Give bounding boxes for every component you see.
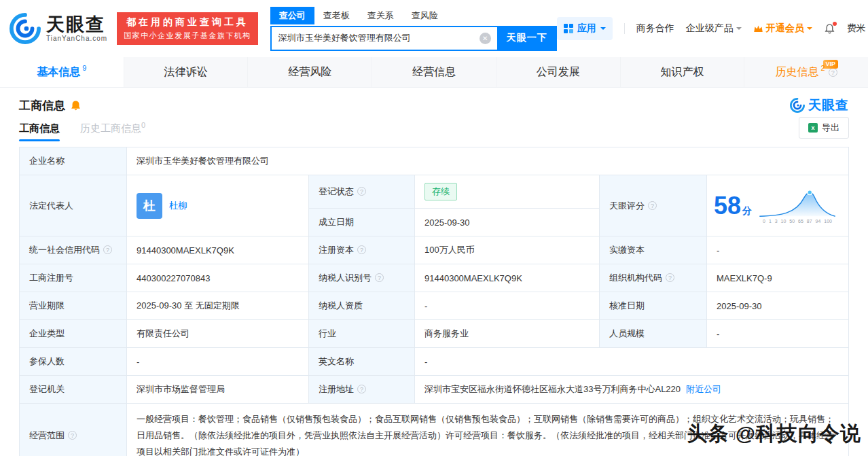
tab-company-development[interactable]: 公司发展 [496,57,621,87]
excel-icon [808,123,818,133]
logo-domain: TianYanCha.com [46,35,107,42]
legal-rep-name-link[interactable]: 杜柳 [169,200,187,212]
search-input[interactable] [270,26,497,51]
info-icon[interactable] [357,245,366,254]
user-menu[interactable]: 费米 [847,22,868,35]
field-label-org-code: 组织机构代码 [600,264,707,292]
slogan-line2: 国家中小企业发展子基金旗下机构 [124,31,251,41]
tianyancha-watermark: 天眼查 [790,97,849,114]
tab-count-badge: 9 [82,64,86,72]
info-icon[interactable] [103,245,112,254]
nearby-companies-link[interactable]: 附近公司 [686,384,721,394]
field-label-credit-code: 统一社会信用代码 [20,236,127,264]
nav-enterprise-label: 企业级产品 [686,22,734,35]
tab-basic-info[interactable]: 基本信息 9 [0,57,124,87]
paid-capital-value: - [707,236,849,264]
subtab-count: 0 [141,121,145,129]
tab-intellectual-property[interactable]: 知识产权 [621,57,745,87]
nav-cooperation-label: 商务合作 [636,22,674,35]
field-label-reg-number: 工商注册号 [20,264,127,292]
field-label-insured-count: 参保人数 [20,348,127,376]
subtab-business-info[interactable]: 工商信息 [19,122,60,141]
search-button[interactable]: 天眼一下 [497,26,557,51]
table-row: 参保人数 - 英文名称 - [20,348,849,376]
search-area: 查公司 查老板 查关系 查风险 天眼一下 [270,7,557,51]
chevron-down-icon [736,27,742,33]
field-label-business-scope: 经营范围 [20,404,127,456]
field-label-paid-capital: 实缴资本 [600,236,707,264]
info-icon[interactable] [68,431,77,440]
info-icon[interactable] [648,201,657,210]
table-row: 登记机关 深圳市市场监督管理局 注册地址 深圳市宝安区福永街道怀德社区福永大道3… [20,376,849,404]
export-label: 导出 [822,122,839,134]
score-value[interactable]: 58分 [714,194,752,218]
search-tab-company[interactable]: 查公司 [270,7,314,24]
legal-rep-avatar[interactable]: 杜 [137,193,162,219]
field-label-reg-capital: 注册资本 [309,236,415,264]
field-label-reg-address: 注册地址 [309,376,415,404]
apps-menu-label: 应用 [577,22,596,35]
export-button[interactable]: 导出 [799,117,849,139]
toutiao-author-watermark: 头条 @科技向令说 [687,420,861,448]
field-label-reg-status: 登记状态 [309,175,415,209]
info-icon[interactable] [357,187,366,196]
score-axis-ticks: 0 1 3 10 50 65 87 94 100 [763,219,832,224]
company-type-value: 有限责任公司 [127,320,309,348]
reg-number-value: 440300227070843 [127,264,309,292]
staff-size-value: - [707,320,849,348]
legal-rep-cell: 杜 杜柳 [127,175,309,236]
top-navigation: 应用 商务合作 企业级产品 开通会员 费米 [557,17,868,40]
taxpayer-quality-value: - [415,292,600,320]
search-tabs: 查公司 查老板 查关系 查风险 [270,7,557,24]
chevron-down-icon [600,27,606,33]
taxpayer-id-value: 91440300MAEXLK7Q9K [415,264,600,292]
apps-grid-icon [564,24,573,33]
reg-authority-value: 深圳市市场监督管理局 [127,376,309,404]
divider [624,23,625,34]
business-info-table: 企业名称 深圳市玉华美好餐饮管理有限公司 法定代表人 杜 杜柳 登记状态 存续 … [19,147,849,456]
approval-date-value: 2025-09-30 [707,292,849,320]
field-label-text: 登记状态 [319,186,354,196]
nav-enterprise-products[interactable]: 企业级产品 [686,22,742,35]
apps-menu[interactable]: 应用 [557,17,613,40]
business-term-value: 2025-09-30 至 无固定期限 [127,292,309,320]
section-header: 工商信息 天眼查 [0,88,868,116]
table-row: 企业名称 深圳市玉华美好餐饮管理有限公司 [20,147,849,175]
field-label-legal-rep: 法定代表人 [20,175,127,236]
field-label-establish-date: 成立日期 [309,209,415,236]
tab-label: 经营风险 [288,65,331,80]
tab-legal-litigation[interactable]: 法律诉讼 [124,57,249,87]
notifications-bell[interactable] [824,23,835,35]
slogan-banner: 都在用的商业查询工具 国家中小企业发展子基金旗下机构 [117,12,258,45]
credit-code-value: 91440300MAEXLK7Q9K [127,236,309,264]
search-tab-risk[interactable]: 查风险 [403,7,447,24]
tianyancha-logo[interactable]: 天眼查 TianYanCha.com [10,13,107,44]
subtab-history-business-info[interactable]: 历史工商信息0 [80,121,145,141]
info-icon[interactable] [829,68,837,77]
info-icon[interactable] [666,273,674,282]
tab-operation-info[interactable]: 经营信息 [372,57,496,87]
reg-address-cell: 深圳市宝安区福永街道怀德社区福永大道33号万利商务中心AL220附近公司 [415,376,849,404]
tab-history-info[interactable]: VIP 历史信息 2 [744,57,868,87]
table-row: 企业类型 有限责任公司 行业 商务服务业 人员规模 - [20,320,849,348]
field-label-text: 天眼评分 [609,200,645,211]
score-cell: 58分 0 1 3 10 50 65 87 [707,175,849,236]
subscribe-bell-icon[interactable] [70,100,82,111]
subtabs-row: 工商信息 历史工商信息0 导出 [0,116,868,141]
slogan-line1: 都在用的商业查询工具 [124,16,251,29]
nav-business-cooperation[interactable]: 商务合作 [636,22,674,35]
score-number: 58 [714,192,741,220]
field-label-business-term: 营业期限 [20,292,127,320]
tab-label: 公司发展 [537,65,580,80]
search-tab-boss[interactable]: 查老板 [314,7,359,24]
reg-status-cell: 存续 [415,175,600,209]
clear-search-icon[interactable] [480,33,491,44]
search-tab-relation[interactable]: 查关系 [359,7,403,24]
nav-open-vip[interactable]: 开通会员 [753,22,812,35]
tab-operation-risk[interactable]: 经营风险 [248,57,372,87]
info-icon[interactable] [357,385,366,393]
subtab-label: 历史工商信息 [80,122,141,134]
table-row: 工商注册号 440300227070843 纳税人识别号 91440300MAE… [20,264,849,292]
info-icon[interactable] [375,273,384,282]
industry-value: 商务服务业 [415,320,600,348]
